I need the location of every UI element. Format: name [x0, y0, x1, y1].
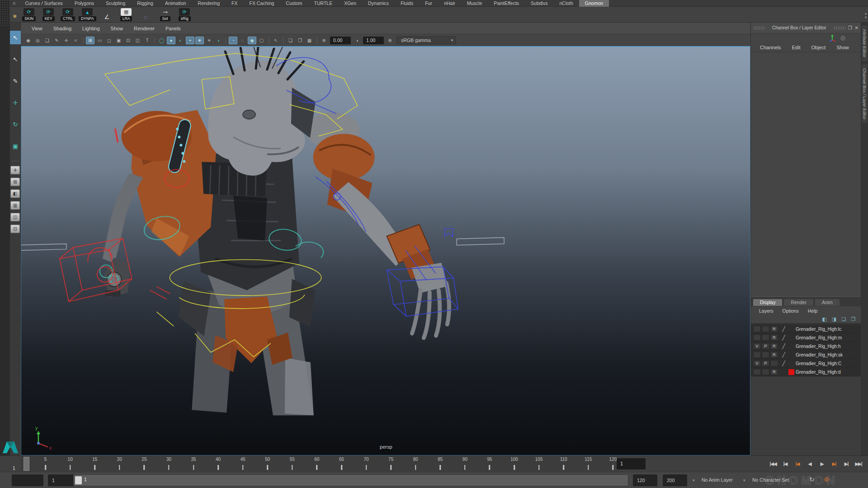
- layout-four-view-icon[interactable]: ⊞: [10, 178, 20, 186]
- play-backwards-button[interactable]: ◀: [804, 457, 816, 470]
- layer-editor-tab[interactable]: Render: [783, 299, 813, 306]
- layer-playback-toggle[interactable]: P: [762, 360, 769, 366]
- shelf-scroll-arrows[interactable]: ▴ ▾: [865, 9, 867, 22]
- sync-icon[interactable]: [840, 36, 845, 41]
- menu-item[interactable]: Muscle: [461, 0, 488, 7]
- ambient-occlusion-icon[interactable]: ◗: [214, 37, 223, 44]
- safe-title-icon[interactable]: T: [143, 37, 151, 44]
- menu-item[interactable]: Fluids: [395, 0, 419, 7]
- dock-grip[interactable]: [753, 26, 765, 30]
- shelf-scroll-up-icon[interactable]: ▴: [865, 11, 867, 15]
- dock-tab[interactable]: Attribute Editor: [861, 24, 868, 62]
- close-icon[interactable]: ✕: [855, 25, 859, 30]
- play-forwards-button[interactable]: ▶: [816, 457, 828, 470]
- menu-item[interactable]: Polygons: [69, 0, 100, 7]
- grid-icon[interactable]: ⊞: [86, 37, 94, 44]
- use-all-lights-icon[interactable]: ✳: [195, 37, 204, 44]
- textured-icon[interactable]: ◓: [186, 37, 194, 44]
- menu-item[interactable]: Dynamics: [362, 0, 395, 7]
- channel-box-menu-item[interactable]: Channels: [755, 45, 785, 50]
- resolution-gate-icon[interactable]: ◻: [105, 37, 113, 44]
- playback-end-field[interactable]: 120: [633, 474, 657, 486]
- ipr-region-icon[interactable]: ▦: [305, 37, 314, 44]
- layer-editor-tab[interactable]: Anim: [815, 299, 840, 306]
- range-slider[interactable]: 1: [73, 474, 628, 486]
- dock-grip[interactable]: [834, 26, 845, 30]
- go-to-end-button[interactable]: ▶▶|: [853, 457, 864, 470]
- shelf-button[interactable]: ⟳ CTRL: [59, 8, 76, 21]
- wireframe-icon[interactable]: ◯: [157, 37, 166, 44]
- menu-item[interactable]: Custom: [280, 0, 308, 7]
- shelf-button[interactable]: ⟳ KEY: [40, 8, 57, 21]
- step-back-frame-button[interactable]: |◀: [779, 457, 791, 470]
- viewport-3d[interactable]: y x persp: [21, 46, 750, 455]
- layer-row[interactable]: V P R ╱ Grenadier_Rig_High:h: [751, 342, 861, 351]
- lasso-select-tool-icon[interactable]: ↖: [10, 52, 21, 66]
- field-chart-icon[interactable]: ⊡: [124, 37, 132, 44]
- menu-item[interactable]: Gnomon: [579, 0, 609, 7]
- move-tool-icon[interactable]: ✛: [10, 96, 21, 109]
- menu-item[interactable]: FX: [226, 0, 243, 7]
- layer-editor-menu-item[interactable]: Layers: [755, 308, 778, 314]
- animation-end-field[interactable]: 200: [663, 474, 687, 486]
- paint-select-tool-icon[interactable]: ✎: [10, 74, 21, 88]
- anim-layer-dropdown[interactable]: No Anim Layer: [702, 477, 733, 483]
- shelf-button[interactable]: ⟳ sRig: [176, 8, 193, 21]
- isolate-select-icon[interactable]: ↖: [272, 37, 280, 44]
- layer-color-swatch[interactable]: [788, 361, 794, 366]
- layer-display-type-toggle[interactable]: R: [770, 369, 778, 375]
- channel-box-titlebar[interactable]: Channel Box / Layer Editor ❐ ✕: [751, 23, 861, 33]
- move-layer-down-icon[interactable]: ◨: [832, 316, 836, 322]
- layer-row[interactable]: R Grenadier_Rig_High:d: [751, 368, 861, 376]
- dock-tab[interactable]: Channel Box / Layer Editor: [861, 64, 868, 124]
- character-set-dropdown[interactable]: No Character Set: [752, 477, 789, 483]
- channel-list-area[interactable]: [751, 52, 861, 296]
- channel-box-menu-item[interactable]: Show: [832, 45, 854, 50]
- layer-row[interactable]: R ╱ Grenadier_Rig_High:m: [751, 333, 861, 342]
- safe-action-icon[interactable]: ◫: [133, 37, 142, 44]
- animation-preferences-icon[interactable]: ⚙: [824, 476, 830, 483]
- smooth-shade-icon[interactable]: ●: [167, 37, 175, 44]
- layer-color-swatch[interactable]: [788, 352, 794, 358]
- go-to-start-button[interactable]: |◀◀: [767, 457, 779, 470]
- layer-display-type-toggle[interactable]: R: [770, 343, 778, 349]
- menu-grip-icon[interactable]: ≡: [10, 0, 19, 6]
- layer-row[interactable]: V P ╱ Grenadier_Rig_High:C: [751, 359, 861, 368]
- shelf-button[interactable]: ⟳ SKIN: [20, 8, 38, 21]
- layout-persp-graph-icon[interactable]: ◫: [10, 213, 20, 221]
- layer-visibility-toggle[interactable]: [753, 334, 761, 341]
- post-disabled-icon[interactable]: ▢: [257, 37, 266, 44]
- new-layer-from-selected-icon[interactable]: ❐: [851, 316, 855, 322]
- layer-editor-tab[interactable]: Display: [753, 299, 783, 306]
- layer-color-swatch[interactable]: [788, 326, 794, 332]
- bookmark-icon[interactable]: ❑: [43, 37, 52, 44]
- layer-playback-toggle[interactable]: [762, 352, 769, 358]
- ssao-icon[interactable]: ◔: [229, 37, 237, 44]
- contrast-icon[interactable]: ◑: [353, 37, 361, 44]
- menu-item[interactable]: Subdivs: [525, 0, 553, 7]
- panel-menu-item[interactable]: Shading: [48, 26, 77, 31]
- layer-visibility-toggle[interactable]: [753, 369, 761, 375]
- step-forward-frame-button[interactable]: ▶|: [840, 457, 852, 470]
- layer-row[interactable]: R ╱ Grenadier_Rig_High:sk: [751, 351, 861, 359]
- split-pane-left-icon[interactable]: ❏: [286, 37, 295, 44]
- motion-blur-icon[interactable]: ◌: [238, 37, 247, 44]
- step-back-key-button[interactable]: |◀: [792, 457, 803, 470]
- gate-mask-icon[interactable]: ▣: [114, 37, 123, 44]
- layer-display-type-toggle[interactable]: R: [770, 352, 778, 358]
- layer-visibility-toggle[interactable]: V: [753, 360, 761, 366]
- scale-tool-icon[interactable]: ▣: [10, 139, 21, 153]
- layer-visibility-toggle[interactable]: [753, 326, 761, 332]
- menu-item[interactable]: XGen: [338, 0, 362, 7]
- layout-single-pane-icon[interactable]: ✛: [10, 166, 20, 174]
- menu-item[interactable]: Curves / Surfaces: [19, 0, 68, 7]
- rotate-tool-icon[interactable]: ↻: [10, 117, 21, 131]
- popout-icon[interactable]: ❐: [848, 25, 852, 30]
- auto-keyframe-icon[interactable]: ↻: [809, 476, 815, 483]
- exposure-field[interactable]: 0.00: [330, 37, 351, 44]
- panel-menu-item[interactable]: Lighting: [77, 26, 105, 31]
- camera-attributes-icon[interactable]: ✎: [52, 37, 61, 44]
- shelf-button[interactable]: ∠: [98, 13, 115, 21]
- menu-item[interactable]: Animation: [159, 0, 192, 7]
- layout-hypershade-icon[interactable]: ⊡: [10, 225, 20, 233]
